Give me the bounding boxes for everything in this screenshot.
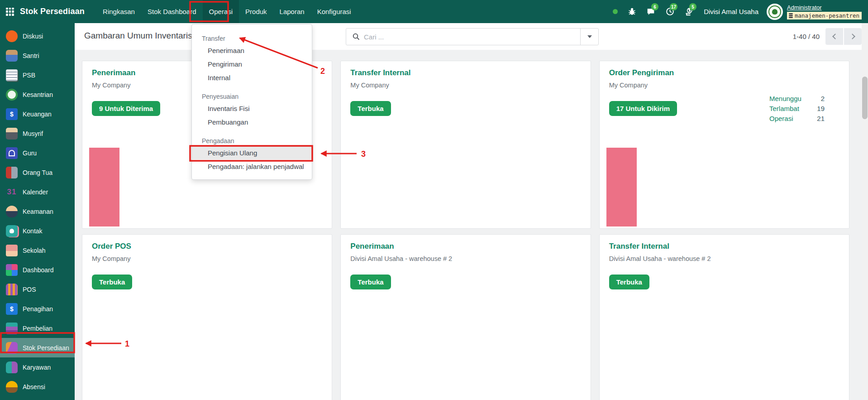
menu-section-pengadaan: Pengadaan [192,136,312,146]
sidebar-item-kalender[interactable]: 31Kalender [0,182,75,202]
menu-item-inventaris-fisi[interactable]: Inventaris Fisi [192,101,312,115]
sales-money-icon[interactable]: 5 [681,0,696,23]
database-badge: manajemen-pesantren [787,12,862,19]
sidebar-item-perekrutan[interactable]: Perekrutan [0,396,75,400]
sidebar-item-musyrif[interactable]: Musyrif [0,124,75,143]
menu-item-pengadaan-jalankan-penjadwal[interactable]: Pengadaan: jalankan penjadwal [192,159,312,173]
card-title[interactable]: Order POS [92,242,322,251]
sidebar-item-kontak[interactable]: Kontak [0,221,75,241]
card-title[interactable]: Penerimaan [350,242,581,251]
pos-shop-icon [6,284,18,295]
card-penerimaan-warehouse2: Penerimaan Divisi Amal Usaha - warehouse… [340,234,591,400]
nav-item-konfigurasi[interactable]: Konfigurasi [311,0,358,23]
to-receive-button[interactable]: 9 Untuk Diterima [92,101,160,116]
musyrif-person-icon [6,128,18,140]
menu-item-pengiriman[interactable]: Pengiriman [192,57,312,71]
stat-menunggu[interactable]: Menunggu2 [769,95,825,102]
santri-person-icon [6,50,18,62]
pembelian-purchase-icon [6,323,18,334]
sales-count-badge: 5 [689,3,696,10]
database-icon [789,13,793,18]
user-name: Administrator [787,4,862,11]
absensi-person-icon [6,381,18,393]
top-navbar: Stok Persediaan Ringkasan Stok Dashboard… [0,0,868,23]
card-transfer-internal-my-company: Transfer Internal My Company Terbuka [340,61,591,229]
pager: 1-40 / 40 [793,28,862,45]
activities-clock-icon[interactable]: 17 [662,0,677,23]
sidebar-item-kesantrian[interactable]: Kesantrian [0,85,75,104]
card-title[interactable]: Transfer Internal [350,68,581,77]
user-avatar [767,4,783,20]
menu-item-penerimaan[interactable]: Penerimaan [192,43,312,57]
sekolah-building-icon [6,245,18,256]
menu-section-transfer: Transfer [192,34,312,43]
open-button[interactable]: Terbuka [92,275,132,289]
search-options-toggle[interactable] [580,29,598,45]
sidebar-item-diskusi[interactable]: Diskusi [0,26,75,46]
search-input[interactable] [364,33,580,41]
stat-operasi[interactable]: Operasi21 [769,115,825,122]
database-name: manajemen-pesantren [795,12,859,19]
nav-item-produk[interactable]: Produk [239,0,273,23]
card-subtitle: My Company [350,82,581,89]
nav-item-operasi[interactable]: Operasi [203,0,239,23]
sidebar-item-pembelian[interactable]: Pembelian [0,318,75,338]
card-stats: Menunggu2 Terlambat19 Operasi21 [769,95,825,125]
navbar-right-section: 6 17 5 Divisi Amal Usaha Administrator m… [613,0,868,23]
sidebar-item-dashboard[interactable]: Dashboard [0,260,75,280]
sidebar-item-orang-tua[interactable]: Orang Tua [0,163,75,182]
nav-item-stok-dashboard[interactable]: Stok Dashboard [141,0,203,23]
sidebar-item-absensi[interactable]: Absensi [0,377,75,396]
pager-previous-button[interactable] [825,28,843,45]
scrollbar-thumb[interactable] [862,77,868,119]
menu-item-pengisian-ulang[interactable]: Pengisian Ulang [192,146,312,159]
card-title[interactable]: Transfer Internal [609,242,839,251]
open-button[interactable]: Terbuka [350,275,391,289]
user-menu[interactable]: Administrator manajemen-pesantren [767,4,863,20]
menu-item-internal[interactable]: Internal [192,71,312,84]
guru-teacher-icon [6,147,18,159]
card-subtitle: Divisi Amal Usaha - warehouse # 2 [609,255,839,262]
psb-document-icon [6,69,18,81]
sidebar-item-sekolah[interactable]: Sekolah [0,241,75,260]
sidebar-item-penagihan[interactable]: $Penagihan [0,299,75,318]
sidebar-item-guru[interactable]: Guru [0,143,75,163]
open-button[interactable]: Terbuka [609,275,649,289]
card-title[interactable]: Order Pengiriman [609,68,839,77]
diskusi-chat-icon [6,30,18,42]
app-sidebar: Diskusi Santri PSB Kesantrian $Keuangan … [0,23,75,400]
sidebar-item-santri[interactable]: Santri [0,46,75,65]
apps-menu-button[interactable] [0,0,20,23]
keamanan-guard-icon [6,206,18,217]
keuangan-dollar-icon: $ [6,108,18,120]
sidebar-item-stok-persediaan[interactable]: Stok Persediaan [0,338,75,357]
app-brand-title[interactable]: Stok Persediaan [20,7,85,16]
messages-chat-icon[interactable]: 6 [643,0,658,23]
sidebar-item-keuangan[interactable]: $Keuangan [0,104,75,124]
to-deliver-button[interactable]: 17 Untuk Dikirim [609,101,677,116]
card-order-pengiriman-my-company: Order Pengiriman My Company 17 Untuk Dik… [599,61,849,229]
sidebar-item-psb[interactable]: PSB [0,65,75,85]
vertical-scrollbar[interactable] [862,23,868,400]
card-subtitle: My Company [92,255,322,262]
card-order-pos-my-company: Order POS My Company Terbuka [82,234,332,400]
pager-next-button[interactable] [844,28,862,45]
chevron-left-icon [832,34,838,39]
debug-bug-icon[interactable] [624,0,639,23]
menu-item-pembuangan[interactable]: Pembuangan [192,115,312,129]
kanban-graph-bar [606,148,637,227]
sidebar-item-pos[interactable]: POS [0,280,75,299]
penagihan-dollar-icon: $ [6,303,18,315]
open-button[interactable]: Terbuka [350,101,391,116]
sidebar-item-karyawan[interactable]: Karyawan [0,357,75,377]
sidebar-item-keamanan[interactable]: Keamanan [0,202,75,221]
search-bar [346,28,599,45]
nav-item-ringkasan[interactable]: Ringkasan [96,0,141,23]
karyawan-people-icon [6,361,18,373]
company-switcher[interactable]: Divisi Amal Usaha [704,8,758,15]
nav-item-laporan[interactable]: Laporan [273,0,311,23]
dashboard-grid-icon [6,264,18,276]
stat-terlambat[interactable]: Terlambat19 [769,105,825,112]
pager-range: 1-40 / 40 [793,33,820,40]
kalender-31-icon: 31 [6,186,18,198]
